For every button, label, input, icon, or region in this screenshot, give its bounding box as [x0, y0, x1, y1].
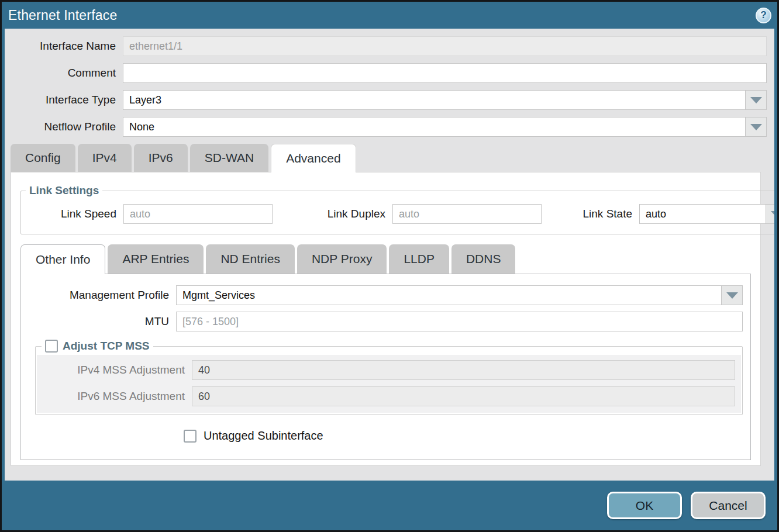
- link-settings-row: Link Speed Link Duplex Link State: [21, 204, 774, 224]
- comment-input[interactable]: [123, 63, 767, 83]
- tab-lldp[interactable]: LLDP: [389, 244, 449, 274]
- adjust-tcp-mss-checkbox[interactable]: [45, 340, 58, 353]
- comment-row: Comment: [5, 63, 767, 83]
- ipv4-mss-label: IPv4 MSS Adjustment: [37, 364, 192, 376]
- ok-button[interactable]: OK: [607, 492, 682, 519]
- management-profile-label: Management Profile: [21, 289, 176, 302]
- management-profile-select[interactable]: [176, 285, 743, 305]
- chevron-down-icon: [750, 124, 762, 130]
- netflow-profile-dropdown-button[interactable]: [745, 117, 767, 137]
- link-state-dropdown-button[interactable]: [766, 204, 774, 224]
- link-duplex-label: Link Duplex: [299, 208, 392, 220]
- interface-name-input: [123, 36, 767, 56]
- interface-type-label: Interface Type: [5, 94, 123, 106]
- netflow-profile-value[interactable]: [123, 117, 745, 137]
- mtu-row: MTU: [21, 312, 743, 331]
- interface-type-row: Interface Type: [5, 90, 767, 110]
- tab-nd-entries[interactable]: ND Entries: [206, 244, 295, 274]
- management-profile-dropdown-button[interactable]: [721, 285, 743, 305]
- ipv6-mss-input: [192, 386, 735, 406]
- link-settings-legend: Link Settings: [26, 184, 102, 197]
- ipv6-mss-label: IPv6 MSS Adjustment: [37, 390, 192, 403]
- mtu-label: MTU: [21, 315, 176, 328]
- ethernet-interface-dialog: Ethernet Interface ? Interface Name Comm…: [0, 0, 779, 532]
- advanced-tab-panel: Link Settings Link Speed Link Duplex Lin…: [11, 172, 761, 466]
- interface-type-select[interactable]: [123, 90, 767, 110]
- tab-sd-wan[interactable]: SD-WAN: [190, 144, 268, 172]
- link-state-label: Link State: [578, 208, 639, 220]
- link-state-select[interactable]: [639, 204, 774, 224]
- main-tab-bar: Config IPv4 IPv6 SD-WAN Advanced: [5, 144, 767, 172]
- tab-advanced[interactable]: Advanced: [271, 144, 356, 172]
- netflow-profile-row: Netflow Profile: [5, 117, 767, 137]
- tab-ddns[interactable]: DDNS: [451, 244, 516, 274]
- interface-type-value[interactable]: [123, 90, 745, 110]
- netflow-profile-label: Netflow Profile: [5, 120, 123, 133]
- ipv4-mss-row: IPv4 MSS Adjustment: [37, 360, 735, 380]
- ipv6-mss-row: IPv6 MSS Adjustment: [37, 386, 735, 406]
- chevron-down-icon: [726, 292, 738, 299]
- tab-other-info[interactable]: Other Info: [20, 244, 105, 274]
- link-speed-input[interactable]: [123, 204, 273, 224]
- comment-label: Comment: [5, 67, 123, 80]
- link-speed-label: Link Speed: [21, 208, 123, 220]
- chevron-down-icon: [771, 211, 775, 217]
- link-state-value[interactable]: [639, 204, 766, 224]
- link-settings-fieldset: Link Settings Link Speed Link Duplex Lin…: [20, 184, 774, 234]
- tab-ipv6[interactable]: IPv6: [134, 144, 188, 172]
- cancel-button[interactable]: Cancel: [691, 492, 766, 519]
- tab-ipv4[interactable]: IPv4: [78, 144, 132, 172]
- dialog-title: Ethernet Interface: [8, 8, 117, 23]
- interface-name-label: Interface Name: [5, 40, 123, 53]
- interface-name-row: Interface Name: [5, 36, 767, 56]
- dialog-footer: OK Cancel: [2, 481, 777, 530]
- untagged-subinterface-label: Untagged Subinterface: [204, 429, 323, 443]
- untagged-subinterface-row: Untagged Subinterface: [184, 429, 743, 443]
- tab-config[interactable]: Config: [11, 144, 75, 172]
- dialog-body: Interface Name Comment Interface Type Ne…: [5, 29, 774, 481]
- untagged-subinterface-checkbox[interactable]: [184, 430, 197, 443]
- management-profile-row: Management Profile: [21, 285, 743, 305]
- mss-disabled-group: IPv4 MSS Adjustment IPv6 MSS Adjustment: [37, 355, 741, 413]
- mtu-input[interactable]: [176, 312, 743, 331]
- netflow-profile-select[interactable]: [123, 117, 767, 137]
- tab-ndp-proxy[interactable]: NDP Proxy: [297, 244, 387, 274]
- ipv4-mss-input: [192, 360, 735, 380]
- adjust-tcp-mss-fieldset: Adjust TCP MSS IPv4 MSS Adjustment IPv6 …: [35, 340, 743, 415]
- adjust-tcp-mss-label: Adjust TCP MSS: [63, 340, 150, 353]
- other-info-panel: Management Profile MTU Adjust TCP MSS: [20, 274, 751, 460]
- sub-tab-bar: Other Info ARP Entries ND Entries NDP Pr…: [20, 244, 751, 274]
- help-icon[interactable]: ?: [756, 8, 771, 23]
- chevron-down-icon: [750, 97, 762, 103]
- link-duplex-input[interactable]: [392, 204, 542, 224]
- management-profile-value[interactable]: [176, 285, 721, 305]
- adjust-tcp-mss-legend: Adjust TCP MSS: [42, 340, 153, 353]
- title-bar: Ethernet Interface ?: [2, 2, 777, 29]
- interface-type-dropdown-button[interactable]: [745, 90, 767, 110]
- tab-arp-entries[interactable]: ARP Entries: [108, 244, 204, 274]
